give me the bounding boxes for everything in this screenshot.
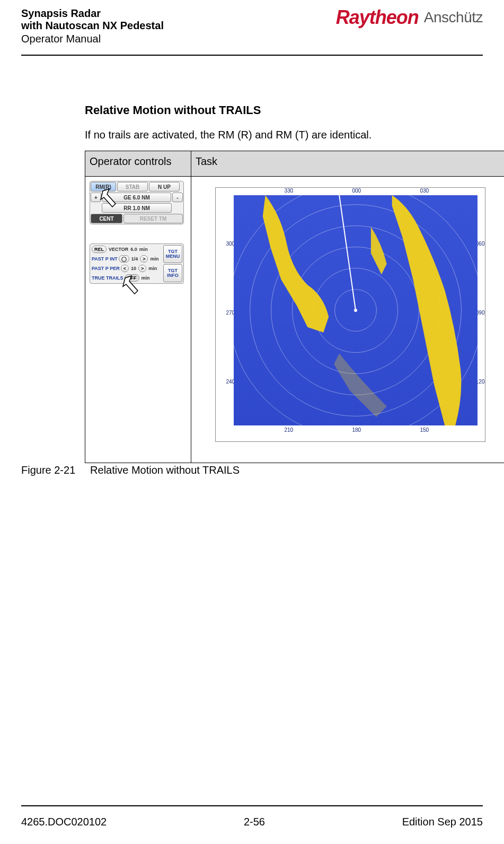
past-p-int-unit: min xyxy=(150,256,158,262)
rel-toggle[interactable]: REL xyxy=(92,246,107,253)
procedure-table: Operator controls Task RM(R) STAB N UP + xyxy=(85,151,504,463)
range-minus-button[interactable]: - xyxy=(172,193,183,202)
edition-date: Edition Sep 2015 xyxy=(402,816,483,828)
manual-subtitle: Operator Manual xyxy=(21,33,164,45)
target-vector-panel: REL VECTOR 6.0 min PAST P INT ◯ 1/4 > xyxy=(90,243,184,284)
tgt-menu-button[interactable]: TGT MENU xyxy=(163,245,182,263)
past-p-int-value: 1/4 xyxy=(131,256,138,262)
cent-button[interactable]: CENT xyxy=(91,214,122,223)
table-header-task: Task xyxy=(191,151,505,177)
past-p-per-value: 10 xyxy=(131,266,136,271)
header-rule xyxy=(21,55,483,56)
vector-value: 6.0 xyxy=(130,247,137,252)
brand-logo: Raytheon Anschütz xyxy=(336,6,483,29)
table-header-operator-controls: Operator controls xyxy=(85,151,191,177)
bearing-label: 330 xyxy=(285,188,294,194)
past-p-per-unit: min xyxy=(148,266,157,271)
true-trails-label: TRUE TRAILS xyxy=(91,275,123,281)
svg-marker-1 xyxy=(123,276,138,294)
tgt-info-button[interactable]: TGT INFO xyxy=(163,264,182,282)
past-p-int-label: PAST P INT xyxy=(91,256,118,262)
section-heading: Relative Motion without TRAILS xyxy=(85,103,504,117)
page-number: 2-56 xyxy=(244,816,265,828)
pointer-arrow-icon xyxy=(122,275,143,298)
nup-button[interactable]: N UP xyxy=(149,182,180,192)
figure-caption: Figure 2-21 Relative Motion without TRAI… xyxy=(21,464,504,476)
footer-rule xyxy=(21,805,483,806)
past-p-per-inc[interactable]: > xyxy=(138,265,146,272)
page-header: Synapsis Radar with Nautoscan NX Pedesta… xyxy=(21,5,483,45)
bearing-label: 180 xyxy=(352,427,361,433)
figure-number: Figure 2-21 xyxy=(21,464,75,476)
bearing-label: 210 xyxy=(285,427,294,433)
anschutz-wordmark: Anschütz xyxy=(424,9,483,26)
range-mode-panel: RM(R) STAB N UP + GE 6.0 NM - RR 1.0 NM xyxy=(90,181,184,224)
doc-number: 4265.DOC020102 xyxy=(21,816,107,828)
radar-display-figure: 330 000 030 060 090 120 210 180 150 300 … xyxy=(215,187,485,442)
bearing-label: 150 xyxy=(420,427,429,433)
past-p-int-toggle[interactable]: ◯ xyxy=(119,255,129,263)
past-p-per-label: PAST P PER xyxy=(91,266,120,271)
page-footer: 4265.DOC020102 2-56 Edition Sep 2015 xyxy=(21,805,483,828)
stab-button[interactable]: STAB xyxy=(117,182,148,192)
pointer-arrow-icon xyxy=(100,188,121,211)
radar-echoes xyxy=(234,195,478,425)
figure-title: Relative Motion without TRAILS xyxy=(90,464,240,476)
reset-tm-button[interactable]: RESET TM xyxy=(123,214,183,223)
product-title-2: with Nautoscan NX Pedestal xyxy=(21,20,164,32)
operator-controls-cell: RM(R) STAB N UP + GE 6.0 NM - RR 1.0 NM xyxy=(85,177,191,463)
vector-unit: min xyxy=(139,247,148,252)
vector-label: VECTOR xyxy=(109,247,128,252)
product-title-1: Synapsis Radar xyxy=(21,7,164,20)
section-intro: If no trails are activated, the RM (R) a… xyxy=(85,129,504,141)
raytheon-wordmark: Raytheon xyxy=(336,6,419,29)
task-cell: 330 000 030 060 090 120 210 180 150 300 … xyxy=(191,177,505,463)
radar-ppi xyxy=(234,195,478,425)
svg-marker-0 xyxy=(101,189,116,207)
past-p-int-inc[interactable]: > xyxy=(140,255,148,263)
bearing-label: 030 xyxy=(420,188,429,194)
bearing-label: 000 xyxy=(352,188,361,194)
past-p-per-dec[interactable]: < xyxy=(121,265,129,272)
